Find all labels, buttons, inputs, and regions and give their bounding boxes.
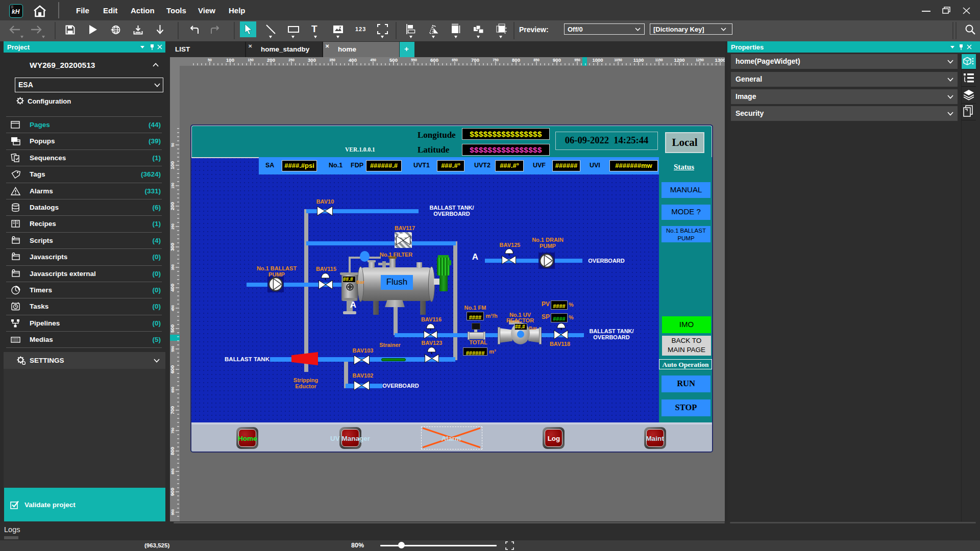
svg-text:300: 300: [170, 243, 175, 251]
svg-text:1200: 1200: [674, 57, 684, 63]
svg-text:700: 700: [170, 406, 175, 414]
svg-text:1250: 1250: [696, 58, 704, 62]
svg-text:1150: 1150: [655, 58, 663, 62]
svg-text:350: 350: [329, 58, 335, 62]
svg-text:950: 950: [171, 509, 175, 515]
svg-text:50: 50: [171, 143, 175, 147]
svg-text:600: 600: [430, 57, 438, 63]
svg-text:150: 150: [248, 58, 254, 62]
svg-text:850: 850: [171, 468, 175, 474]
svg-text:150: 150: [171, 183, 175, 189]
svg-text:650: 650: [171, 387, 175, 393]
svg-text:500: 500: [170, 324, 175, 333]
svg-text:1300: 1300: [715, 57, 725, 63]
svg-text:50: 50: [208, 58, 212, 62]
svg-text:450: 450: [171, 305, 175, 311]
svg-text:350: 350: [171, 264, 175, 270]
svg-text:500: 500: [389, 57, 398, 63]
svg-text:250: 250: [171, 223, 175, 230]
svg-text:200: 200: [267, 57, 275, 63]
svg-text:550: 550: [411, 58, 417, 62]
svg-text:550: 550: [171, 346, 175, 352]
svg-text:400: 400: [349, 57, 357, 63]
svg-text:650: 650: [452, 58, 458, 62]
svg-text:600: 600: [170, 365, 175, 373]
svg-text:800: 800: [512, 57, 520, 63]
svg-text:1000: 1000: [592, 57, 603, 63]
svg-text:200: 200: [170, 202, 175, 210]
svg-text:750: 750: [493, 58, 499, 62]
svg-text:100: 100: [170, 161, 175, 169]
svg-text:800: 800: [170, 447, 175, 455]
svg-text:100: 100: [226, 57, 234, 63]
svg-text:250: 250: [288, 58, 295, 62]
svg-text:950: 950: [574, 58, 580, 62]
svg-text:1050: 1050: [614, 58, 622, 62]
svg-text:900: 900: [553, 57, 561, 63]
svg-text:300: 300: [308, 57, 316, 63]
svg-text:750: 750: [171, 428, 175, 434]
svg-text:450: 450: [370, 58, 376, 62]
svg-text:1100: 1100: [633, 57, 644, 63]
svg-text:700: 700: [471, 57, 479, 63]
svg-text:850: 850: [533, 58, 540, 62]
svg-text:400: 400: [170, 284, 175, 292]
svg-text:900: 900: [170, 488, 175, 496]
